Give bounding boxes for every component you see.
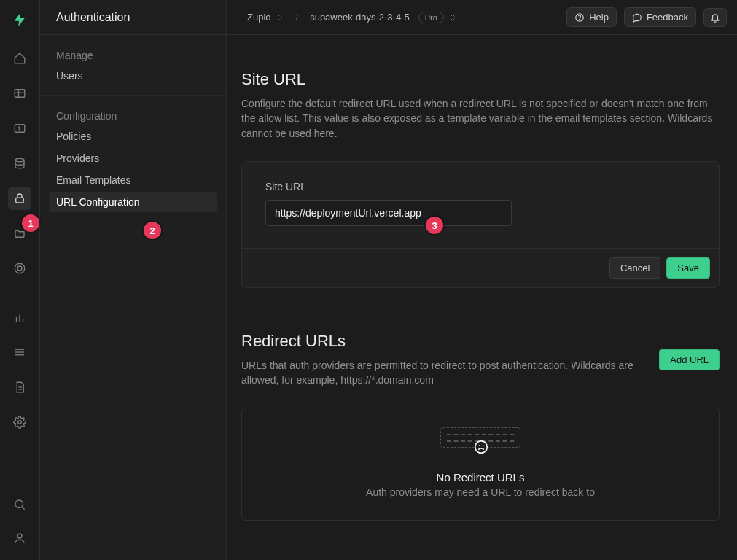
site-url-section: Site URL Configure the default redirect … [241,70,720,288]
annotation-pin-2: 2 [144,222,161,239]
svg-line-18 [22,507,24,509]
svg-rect-0 [15,90,25,98]
sidebar-item-email-templates[interactable]: Email Templates [49,170,217,190]
help-icon [574,12,585,23]
top-bar: Zuplo / supaweek-days-2-3-4-5 Pro Help F… [227,0,737,35]
sidebar-item-policies[interactable]: Policies [49,126,217,147]
chat-icon [632,12,642,23]
nav-auth-icon[interactable] [8,187,31,210]
breadcrumb-org-label: Zuplo [247,12,271,23]
svg-point-22 [475,441,488,454]
redirect-title: Redirect URLs [241,332,644,351]
redirect-empty-panel: No Redirect URLs Auth providers may need… [241,408,720,521]
site-url-description: Configure the default redirect URL used … [241,96,720,141]
redirect-description: URLs that auth providers are permitted t… [241,358,644,388]
feedback-button[interactable]: Feedback [624,7,696,27]
svg-point-4 [15,158,24,162]
nav-api-icon[interactable] [8,376,31,399]
annotation-pin-1: 1 [22,214,39,232]
nav-reports-icon[interactable] [8,306,31,329]
svg-point-21 [580,19,580,20]
site-url-input[interactable] [265,200,512,226]
sidebar-section-configuration: Configuration [40,96,226,126]
save-button[interactable]: Save [666,257,710,279]
site-url-panel: Site URL Cancel Save [241,161,720,288]
nav-user-icon[interactable] [8,526,31,550]
svg-point-16 [18,421,22,424]
feedback-button-label: Feedback [647,12,688,23]
svg-point-24 [483,446,484,447]
svg-point-17 [15,500,23,508]
svg-point-19 [17,534,22,538]
logo-icon[interactable] [12,12,28,28]
add-url-button[interactable]: Add URL [659,349,720,370]
chevron-updown-icon [276,12,284,23]
nav-home-icon[interactable] [8,47,31,70]
sidebar-item-url-configuration[interactable]: URL Configuration [49,192,217,212]
nav-sql-icon[interactable] [8,117,31,140]
site-url-title: Site URL [241,70,720,89]
nav-search-icon[interactable] [8,493,31,516]
sidebar-section-manage: Manage [40,35,226,66]
main-content: Site URL Configure the default redirect … [227,35,737,560]
breadcrumb-sep: / [295,12,300,23]
nav-edge-icon[interactable] [8,257,31,280]
sidebar: Authentication Manage Users Configuratio… [40,0,227,560]
breadcrumb-org[interactable]: Zuplo [244,10,287,24]
breadcrumb-project[interactable]: supaweek-days-2-3-4-5 Pro [307,10,460,25]
nav-database-icon[interactable] [8,152,31,175]
chevron-updown-icon [448,12,457,23]
bell-icon [710,12,720,23]
svg-point-7 [17,266,22,271]
nav-table-icon[interactable] [8,82,31,105]
help-button[interactable]: Help [566,7,617,27]
svg-point-23 [478,446,480,447]
redirect-urls-section: Redirect URLs URLs that auth providers a… [241,332,720,521]
svg-point-6 [15,263,25,273]
plan-badge: Pro [418,12,444,23]
help-button-label: Help [589,12,609,23]
nav-settings-icon[interactable] [8,411,31,434]
sidebar-item-users[interactable]: Users [49,66,217,86]
site-url-field-label: Site URL [265,181,695,192]
breadcrumb-project-label: supaweek-days-2-3-4-5 [310,12,410,23]
annotation-pin-3: 3 [426,217,443,234]
frown-icon [473,439,553,455]
svg-rect-5 [16,198,24,203]
icon-rail [0,0,40,560]
page-title: Authentication [40,0,226,35]
notifications-button[interactable] [703,8,727,27]
empty-state-subtitle: Auth providers may need a URL to redirec… [366,486,595,498]
sidebar-item-providers[interactable]: Providers [49,148,217,168]
nav-logs-icon[interactable] [8,341,31,364]
cancel-button[interactable]: Cancel [609,257,660,279]
